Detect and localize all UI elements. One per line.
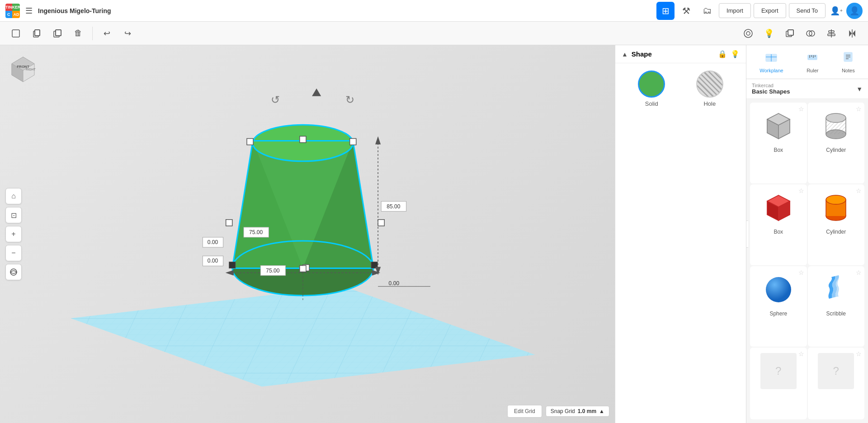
redo-btn[interactable]: ↪: [119, 25, 136, 42]
svg-text:75.00: 75.00: [266, 268, 280, 274]
subtract-btn[interactable]: [781, 25, 798, 42]
notes-icon: [842, 51, 854, 66]
view-camera-btn[interactable]: [740, 25, 757, 42]
library-top-icons: Workplane Ruler: [746, 45, 868, 79]
svg-text:85.00: 85.00: [387, 203, 401, 210]
delete-tool-btn[interactable]: 🗑: [70, 25, 87, 42]
hamburger-menu[interactable]: ☰: [25, 6, 33, 16]
svg-marker-50: [226, 270, 234, 276]
briefcase-btn[interactable]: 🗂: [698, 2, 716, 20]
shape-item-scribble[interactable]: ☆ Scribble: [808, 266, 865, 347]
union-btn[interactable]: [802, 25, 819, 42]
solid-label: Solid: [645, 100, 658, 107]
snap-grid-area: Snap Grid 1.0 mm ▲: [546, 406, 609, 417]
logo-cell-c: C: [5, 11, 12, 18]
svg-rect-39: [350, 138, 356, 145]
light-btn[interactable]: 💡: [760, 25, 778, 42]
shape-item-cylinder-grey[interactable]: ☆ Cylinder: [808, 103, 865, 183]
shape-properties-panel: ▲ Shape 🔒 💡 Solid Hole: [615, 45, 746, 423]
svg-rect-5: [56, 30, 61, 36]
category-info: Tinkercad Basic Shapes: [752, 83, 790, 95]
notes-label: Notes: [842, 68, 855, 73]
shape-lock-icon[interactable]: 🔒: [718, 50, 727, 58]
edit-grid-btn[interactable]: Edit Grid: [507, 405, 542, 418]
shape-header-icons: 🔒 💡: [718, 50, 740, 58]
tools-btn[interactable]: ⚒: [677, 2, 695, 20]
svg-rect-0: [12, 30, 19, 37]
favorite-star-box-grey[interactable]: ☆: [798, 105, 804, 113]
shapes-grid: ☆ Box ☆: [746, 99, 868, 423]
cylinder-grey-label: Cylinder: [826, 147, 846, 153]
cylinder-grey-icon: [818, 108, 854, 144]
category-brand: Tinkercad: [752, 83, 790, 88]
shape-item-extra-1[interactable]: ☆ ?: [750, 348, 807, 419]
top-right-icons: ⊞ ⚒ 🗂 Import Export Send To 👤+ 👤: [656, 2, 863, 20]
svg-rect-72: [808, 55, 817, 60]
category-selector: Tinkercad Basic Shapes ▼: [746, 79, 868, 99]
project-name: Ingenious Migelo-Turing: [38, 7, 651, 14]
logo-cell-tin: TIN: [5, 4, 12, 11]
3d-viewport[interactable]: FRONT RIGHT ⌂ ⊡ + −: [0, 45, 615, 423]
favorite-star-extra-2[interactable]: ☆: [856, 350, 862, 357]
favorite-star-cylinder-grey[interactable]: ☆: [856, 105, 862, 113]
hole-option[interactable]: Hole: [696, 70, 723, 107]
toolbar-divider-1: [92, 27, 93, 40]
favorite-star-scribble[interactable]: ☆: [856, 269, 862, 276]
svg-rect-43: [300, 265, 306, 272]
svg-text:0.00: 0.00: [208, 239, 218, 245]
scribble-icon: [818, 272, 854, 308]
align-btn[interactable]: [823, 25, 840, 42]
shape-light-icon[interactable]: 💡: [731, 50, 740, 58]
svg-rect-10: [788, 30, 793, 35]
category-name: Basic Shapes: [752, 88, 790, 95]
collapse-library-btn[interactable]: ›: [746, 221, 748, 248]
3d-scene: 85.00 75.00 75.00 0.00 0.00 0.00 ↺ ↻: [0, 45, 615, 423]
logo-cell-ad: AD: [12, 11, 20, 18]
export-btn[interactable]: Export: [754, 3, 786, 18]
import-btn[interactable]: Import: [719, 3, 751, 18]
favorite-star-cylinder-orange[interactable]: ☆: [856, 187, 862, 194]
workplane-tab[interactable]: Workplane: [756, 49, 787, 75]
favorite-star-sphere-blue[interactable]: ☆: [798, 269, 804, 276]
send-to-btn[interactable]: Send To: [789, 3, 826, 18]
mirror-btn[interactable]: [844, 25, 861, 42]
solid-option[interactable]: Solid: [638, 70, 665, 107]
add-person-icon[interactable]: 👤+: [828, 3, 844, 19]
workplane-label: Workplane: [760, 68, 783, 73]
duplicate-tool-btn[interactable]: [49, 25, 66, 42]
shape-title: Shape: [632, 50, 714, 58]
favorite-star-extra-1[interactable]: ☆: [798, 350, 804, 357]
shape-item-box-red[interactable]: ☆ Box: [750, 184, 807, 265]
shape-item-extra-2[interactable]: ☆ ?: [808, 348, 865, 419]
ruler-tab[interactable]: Ruler: [802, 49, 822, 75]
ruler-label: Ruler: [807, 68, 818, 73]
snap-grid-arrow[interactable]: ▲: [599, 408, 604, 414]
grid-view-btn[interactable]: ⊞: [656, 2, 675, 20]
svg-text:75.00: 75.00: [249, 229, 263, 235]
svg-point-7: [744, 29, 752, 38]
frame-tool-btn[interactable]: [7, 25, 24, 42]
svg-marker-18: [849, 31, 851, 36]
favorite-star-box-red[interactable]: ☆: [798, 187, 804, 194]
category-dropdown-arrow[interactable]: ▼: [856, 85, 863, 93]
svg-rect-38: [247, 138, 253, 145]
shape-item-cylinder-orange[interactable]: ☆ Cylinder: [808, 184, 865, 265]
shape-item-sphere-blue[interactable]: ☆ Sphere: [750, 266, 807, 347]
svg-point-8: [746, 32, 750, 35]
shape-item-box-grey[interactable]: ☆ Box: [750, 103, 807, 183]
user-avatar[interactable]: 👤: [846, 3, 863, 19]
shape-collapse-btn[interactable]: ▲: [622, 51, 628, 58]
main-toolbar: 🗑 ↩ ↪ 💡: [0, 22, 868, 45]
copy-tool-btn[interactable]: [28, 25, 45, 42]
box-grey-icon: [760, 108, 797, 144]
notes-tab[interactable]: Notes: [838, 49, 859, 75]
svg-point-91: [826, 113, 846, 122]
undo-btn[interactable]: ↩: [98, 25, 115, 42]
tinkercad-logo: TIN KER C AD: [5, 4, 20, 18]
workplane-icon: [765, 51, 778, 66]
svg-text:0.00: 0.00: [208, 258, 218, 264]
svg-marker-19: [853, 31, 855, 36]
scribble-label: Scribble: [826, 310, 846, 317]
svg-marker-68: [312, 89, 321, 96]
bottom-controls: Edit Grid Snap Grid 1.0 mm ▲: [507, 405, 609, 418]
